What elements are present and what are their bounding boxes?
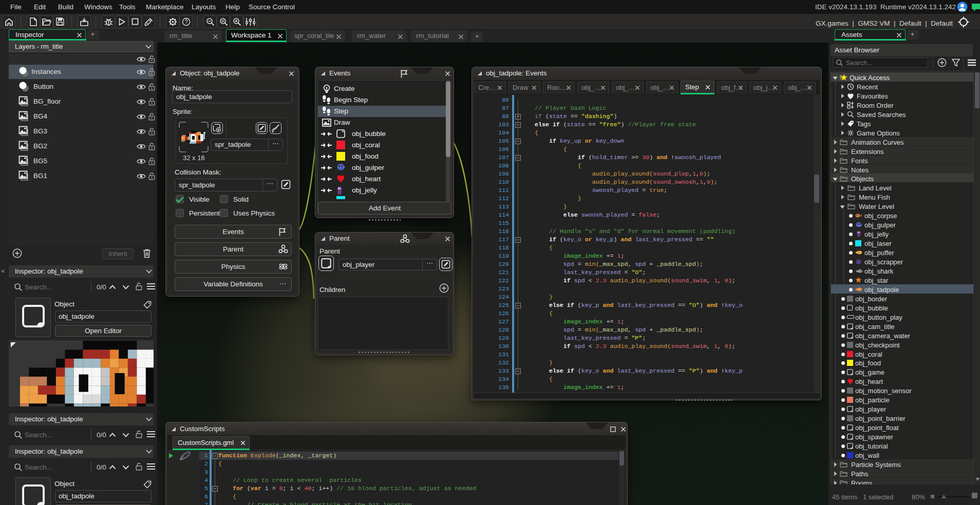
svg-text:?: ? [185,19,188,25]
